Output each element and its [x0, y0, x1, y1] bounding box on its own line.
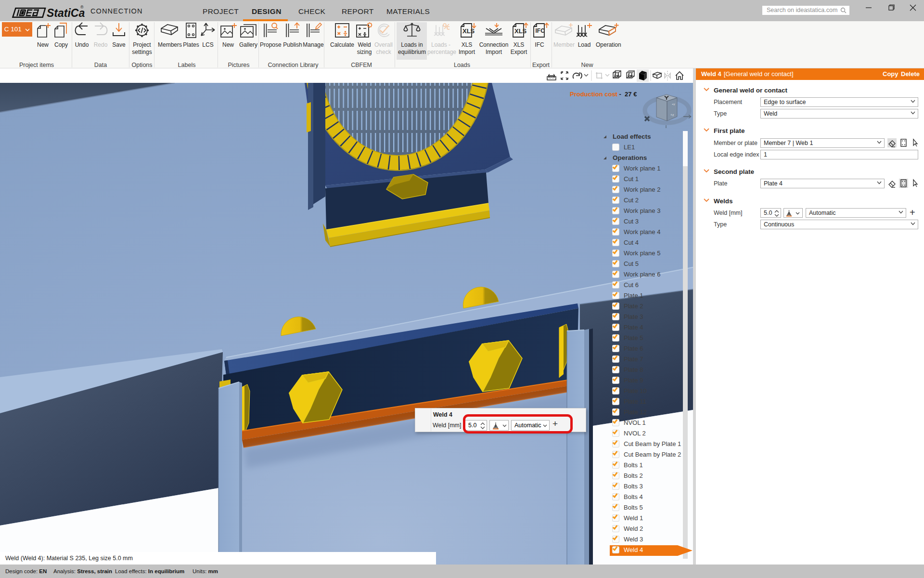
svg-text:+y: +y — [672, 103, 675, 105]
svg-text:StatiCa: StatiCa — [47, 7, 85, 19]
svg-text:+z: +z — [670, 113, 674, 117]
svg-text:XLS: XLS — [514, 27, 527, 35]
svg-text:IFC: IFC — [536, 27, 545, 34]
svg-text:®: ® — [80, 5, 84, 10]
svg-text:XLS: XLS — [462, 27, 475, 35]
